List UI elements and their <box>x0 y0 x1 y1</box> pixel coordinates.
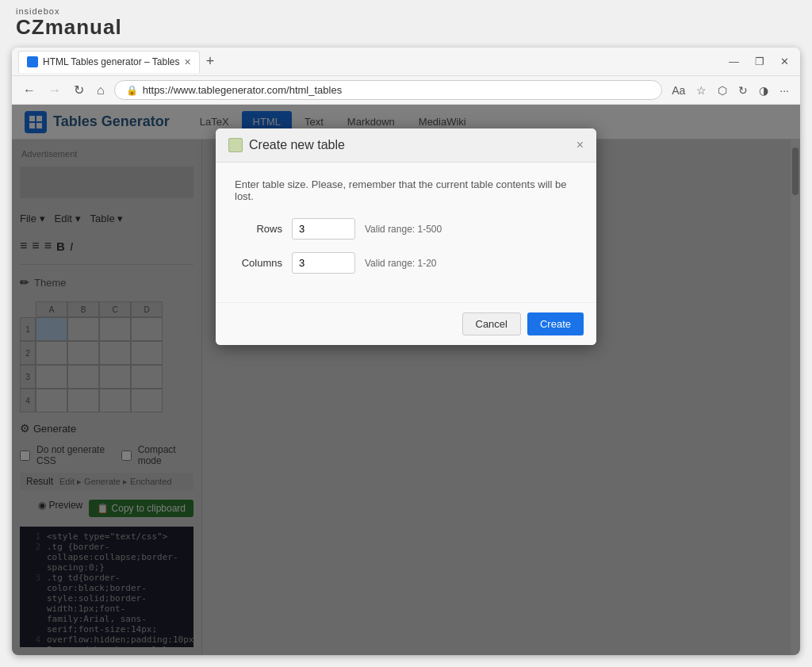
tab-bar: HTML Tables generator – Tables × + <box>18 51 718 73</box>
read-mode-icon[interactable]: Aa <box>668 82 688 98</box>
window-controls: — ❐ ✕ <box>724 54 794 69</box>
rows-input[interactable] <box>292 218 355 240</box>
brand-watermark: insidebox CZmanual <box>16 6 122 39</box>
home-button[interactable]: ⌂ <box>94 82 108 99</box>
tab-icon <box>27 56 38 67</box>
browser-window: HTML Tables generator – Tables × + — ❐ ✕… <box>12 48 800 655</box>
back-button[interactable]: ← <box>20 82 39 99</box>
refresh-icon[interactable]: ↻ <box>735 82 751 98</box>
page-content: Tables Generator LaTeX HTML Text Markdow… <box>12 105 800 655</box>
create-button[interactable]: Create <box>527 312 584 335</box>
columns-field: Columns Valid range: 1-20 <box>235 252 577 274</box>
address-actions: Aa ☆ ⬡ ↻ ◑ ··· <box>668 82 792 98</box>
forward-button[interactable]: → <box>45 82 64 99</box>
lock-icon: 🔒 <box>126 85 138 96</box>
favorites-icon[interactable]: ☆ <box>693 82 710 98</box>
title-bar: HTML Tables generator – Tables × + — ❐ ✕ <box>12 48 800 76</box>
browser-tab[interactable]: HTML Tables generator – Tables × <box>18 51 200 73</box>
refresh-button[interactable]: ↻ <box>71 81 87 99</box>
collections-icon[interactable]: ⬡ <box>714 82 730 98</box>
dialog-footer: Cancel Create <box>216 302 596 345</box>
minimize-button[interactable]: — <box>724 54 744 69</box>
tab-close-button[interactable]: × <box>185 56 191 67</box>
dialog-description: Enter table size. Please, remember that … <box>235 178 577 202</box>
more-icon[interactable]: ··· <box>776 82 792 98</box>
restore-button[interactable]: ❐ <box>750 54 769 69</box>
dialog-title: Create new table <box>249 138 345 152</box>
rows-hint: Valid range: 1-500 <box>365 224 442 235</box>
rows-label: Rows <box>235 223 282 235</box>
create-table-dialog: Create new table × Enter table size. Ple… <box>216 128 596 345</box>
new-tab-button[interactable]: + <box>203 53 218 70</box>
columns-hint: Valid range: 1-20 <box>365 258 437 269</box>
dialog-title-row: Create new table <box>228 138 345 152</box>
dialog-close-button[interactable]: × <box>576 139 584 151</box>
dialog-header: Create new table × <box>216 128 596 163</box>
profile-icon[interactable]: ◑ <box>756 82 772 98</box>
cancel-button[interactable]: Cancel <box>462 312 521 335</box>
modal-overlay: Create new table × Enter table size. Ple… <box>12 105 800 655</box>
dialog-body: Enter table size. Please, remember that … <box>216 163 596 302</box>
close-button[interactable]: ✕ <box>776 54 794 69</box>
columns-input[interactable] <box>292 252 355 274</box>
brand-bottom: CZmanual <box>16 16 122 39</box>
dialog-title-icon <box>228 138 243 152</box>
url-text: https://www.tablegenerator.com/html_tabl… <box>143 84 342 96</box>
url-box[interactable]: 🔒 https://www.tablegenerator.com/html_ta… <box>114 80 663 100</box>
tab-title: HTML Tables generator – Tables <box>43 56 180 67</box>
columns-label: Columns <box>235 257 282 269</box>
address-bar: ← → ↻ ⌂ 🔒 https://www.tablegenerator.com… <box>12 76 800 105</box>
rows-field: Rows Valid range: 1-500 <box>235 218 577 240</box>
